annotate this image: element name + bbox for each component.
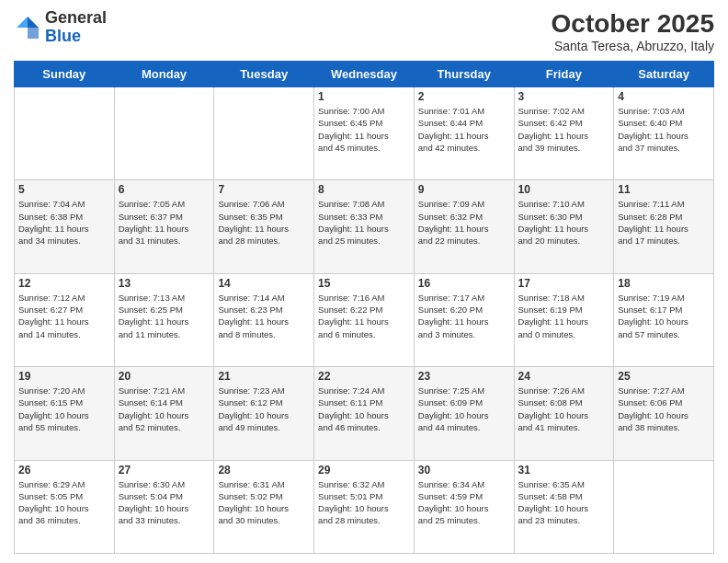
day-number: 14 [218,277,310,290]
cell-content: Sunrise: 7:04 AM Sunset: 6:38 PM Dayligh… [18,198,110,247]
cell-content: Sunrise: 7:23 AM Sunset: 6:12 PM Dayligh… [218,385,310,433]
location: Santa Teresa, Abruzzo, Italy [552,39,714,53]
day-number: 8 [318,183,410,196]
day-number: 30 [418,464,510,477]
calendar-cell: 31Sunrise: 6:35 AM Sunset: 4:58 PM Dayli… [514,460,614,553]
calendar-cell: 6Sunrise: 7:05 AM Sunset: 6:37 PM Daylig… [114,180,214,273]
cell-content: Sunrise: 6:32 AM Sunset: 5:01 PM Dayligh… [318,478,410,527]
calendar-row-2: 12Sunrise: 7:12 AM Sunset: 6:27 PM Dayli… [15,273,714,366]
logo-icon [14,14,41,41]
day-number: 28 [218,464,310,477]
day-number: 20 [119,370,210,383]
cell-content: Sunrise: 7:17 AM Sunset: 6:20 PM Dayligh… [418,292,510,340]
svg-marker-0 [28,17,39,28]
calendar-cell [214,87,314,180]
day-number: 26 [18,464,110,477]
cell-content: Sunrise: 7:00 AM Sunset: 6:45 PM Dayligh… [318,105,410,154]
day-number: 13 [119,277,210,290]
cell-content: Sunrise: 6:29 AM Sunset: 5:05 PM Dayligh… [18,478,110,527]
cell-content: Sunrise: 7:16 AM Sunset: 6:22 PM Dayligh… [318,292,410,340]
calendar-cell: 15Sunrise: 7:16 AM Sunset: 6:22 PM Dayli… [314,273,415,366]
calendar-cell: 28Sunrise: 6:31 AM Sunset: 5:02 PM Dayli… [214,460,314,553]
cell-content: Sunrise: 6:30 AM Sunset: 5:04 PM Dayligh… [119,478,210,527]
day-number: 31 [518,464,610,477]
day-number: 21 [218,370,310,383]
calendar-cell: 26Sunrise: 6:29 AM Sunset: 5:05 PM Dayli… [15,460,115,553]
day-number: 23 [418,370,510,383]
calendar-cell: 27Sunrise: 6:30 AM Sunset: 5:04 PM Dayli… [114,460,214,553]
weekday-header-wednesday: Wednesday [314,62,415,87]
cell-content: Sunrise: 7:05 AM Sunset: 6:37 PM Dayligh… [119,198,210,247]
cell-content: Sunrise: 7:08 AM Sunset: 6:33 PM Dayligh… [318,198,410,247]
weekday-header-row: SundayMondayTuesdayWednesdayThursdayFrid… [15,62,714,87]
day-number: 27 [119,464,210,477]
calendar-cell: 7Sunrise: 7:06 AM Sunset: 6:35 PM Daylig… [214,180,314,273]
cell-content: Sunrise: 7:06 AM Sunset: 6:35 PM Dayligh… [218,198,310,247]
day-number: 17 [518,277,610,290]
weekday-header-tuesday: Tuesday [214,62,314,87]
cell-content: Sunrise: 7:21 AM Sunset: 6:14 PM Dayligh… [119,385,210,433]
cell-content: Sunrise: 7:14 AM Sunset: 6:23 PM Dayligh… [218,292,310,340]
calendar-cell: 23Sunrise: 7:25 AM Sunset: 6:09 PM Dayli… [414,367,514,460]
calendar-cell: 18Sunrise: 7:19 AM Sunset: 6:17 PM Dayli… [614,273,714,366]
day-number: 24 [518,370,610,383]
calendar-cell: 29Sunrise: 6:32 AM Sunset: 5:01 PM Dayli… [314,460,415,553]
calendar-cell: 9Sunrise: 7:09 AM Sunset: 6:32 PM Daylig… [414,180,514,273]
day-number: 2 [418,90,510,103]
logo: General Blue [14,9,107,46]
cell-content: Sunrise: 7:11 AM Sunset: 6:28 PM Dayligh… [618,198,710,247]
cell-content: Sunrise: 7:26 AM Sunset: 6:08 PM Dayligh… [518,385,610,433]
calendar-cell: 21Sunrise: 7:23 AM Sunset: 6:12 PM Dayli… [214,367,314,460]
calendar-cell: 16Sunrise: 7:17 AM Sunset: 6:20 PM Dayli… [414,273,514,366]
weekday-header-saturday: Saturday [614,62,714,87]
cell-content: Sunrise: 7:09 AM Sunset: 6:32 PM Dayligh… [418,198,510,247]
day-number: 1 [318,90,410,103]
calendar-cell: 8Sunrise: 7:08 AM Sunset: 6:33 PM Daylig… [314,180,415,273]
calendar-cell: 22Sunrise: 7:24 AM Sunset: 6:11 PM Dayli… [314,367,415,460]
weekday-header-friday: Friday [514,62,614,87]
calendar-cell: 5Sunrise: 7:04 AM Sunset: 6:38 PM Daylig… [15,180,115,273]
calendar-cell: 3Sunrise: 7:02 AM Sunset: 6:42 PM Daylig… [514,87,614,180]
day-number: 18 [618,277,710,290]
cell-content: Sunrise: 6:35 AM Sunset: 4:58 PM Dayligh… [518,478,610,527]
day-number: 16 [418,277,510,290]
calendar-cell: 19Sunrise: 7:20 AM Sunset: 6:15 PM Dayli… [15,367,115,460]
cell-content: Sunrise: 7:02 AM Sunset: 6:42 PM Dayligh… [518,105,610,154]
calendar-cell: 11Sunrise: 7:11 AM Sunset: 6:28 PM Dayli… [614,180,714,273]
logo-text: General Blue [45,9,107,46]
cell-content: Sunrise: 7:24 AM Sunset: 6:11 PM Dayligh… [318,385,410,433]
page: General Blue October 2025 Santa Teresa, … [0,0,728,563]
calendar-row-1: 5Sunrise: 7:04 AM Sunset: 6:38 PM Daylig… [15,180,714,273]
cell-content: Sunrise: 7:25 AM Sunset: 6:09 PM Dayligh… [418,385,510,433]
header: General Blue October 2025 Santa Teresa, … [14,9,714,53]
calendar-cell: 1Sunrise: 7:00 AM Sunset: 6:45 PM Daylig… [314,87,415,180]
calendar-row-3: 19Sunrise: 7:20 AM Sunset: 6:15 PM Dayli… [15,367,714,460]
cell-content: Sunrise: 7:10 AM Sunset: 6:30 PM Dayligh… [518,198,610,247]
cell-content: Sunrise: 6:34 AM Sunset: 4:59 PM Dayligh… [418,478,510,527]
day-number: 25 [618,370,710,383]
day-number: 9 [418,183,510,196]
day-number: 5 [18,183,110,196]
calendar-cell: 17Sunrise: 7:18 AM Sunset: 6:19 PM Dayli… [514,273,614,366]
calendar-cell [614,460,714,553]
cell-content: Sunrise: 7:13 AM Sunset: 6:25 PM Dayligh… [119,292,210,340]
day-number: 12 [18,277,110,290]
day-number: 22 [318,370,410,383]
weekday-header-sunday: Sunday [15,62,115,87]
svg-marker-1 [28,28,39,39]
day-number: 15 [318,277,410,290]
cell-content: Sunrise: 7:03 AM Sunset: 6:40 PM Dayligh… [618,105,710,154]
weekday-header-thursday: Thursday [414,62,514,87]
cell-content: Sunrise: 6:31 AM Sunset: 5:02 PM Dayligh… [218,478,310,527]
calendar-cell: 14Sunrise: 7:14 AM Sunset: 6:23 PM Dayli… [214,273,314,366]
cell-content: Sunrise: 7:12 AM Sunset: 6:27 PM Dayligh… [18,292,110,340]
calendar: SundayMondayTuesdayWednesdayThursdayFrid… [14,61,714,554]
calendar-cell: 2Sunrise: 7:01 AM Sunset: 6:44 PM Daylig… [414,87,514,180]
cell-content: Sunrise: 7:19 AM Sunset: 6:17 PM Dayligh… [618,292,710,340]
cell-content: Sunrise: 7:20 AM Sunset: 6:15 PM Dayligh… [18,385,110,433]
logo-blue-text: Blue [45,28,107,46]
calendar-cell [15,87,115,180]
logo-general-text: General [45,9,107,28]
day-number: 11 [618,183,710,196]
calendar-row-4: 26Sunrise: 6:29 AM Sunset: 5:05 PM Dayli… [15,460,714,553]
